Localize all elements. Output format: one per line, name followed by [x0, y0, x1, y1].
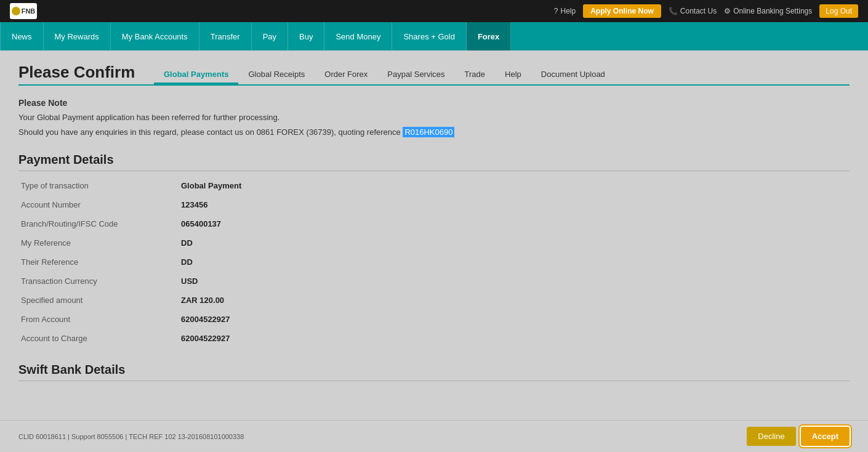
settings-link[interactable]: ⚙ Online Banking Settings — [724, 7, 812, 15]
main-nav: News My Rewards My Bank Accounts Transfe… — [0, 22, 868, 50]
nav-shares-gold[interactable]: Shares + Gold — [392, 22, 466, 50]
nav-send-money[interactable]: Send Money — [324, 22, 392, 50]
accept-button[interactable]: Accept — [801, 427, 850, 443]
page-title: Please Confirm — [18, 63, 154, 84]
value-type-of-transaction: Global Payment — [179, 176, 850, 195]
logo-circle — [12, 7, 20, 15]
nav-my-bank-accounts[interactable]: My Bank Accounts — [111, 22, 199, 50]
clid-info: CLID 60018611 | Support 8055506 | TECH R… — [18, 433, 244, 440]
label-from-account: From Account — [18, 310, 179, 329]
table-row: Transaction Currency USD — [18, 272, 850, 291]
value-branch-routing: 065400137 — [179, 214, 850, 233]
subnav-paypal-services[interactable]: Paypal Services — [377, 66, 454, 84]
value-from-account: 62004522927 — [179, 310, 850, 329]
label-my-reference: My Reference — [18, 233, 179, 252]
bottom-bar: CLID 60018611 | Support 8055506 | TECH R… — [0, 420, 868, 443]
contact-link[interactable]: 📞 Contact Us — [669, 7, 717, 15]
logo-text: FNB — [22, 7, 36, 15]
content-wrapper: Please Confirm Global Payments Global Re… — [0, 50, 868, 443]
question-icon: ? — [554, 7, 558, 15]
logo-area: FNB — [10, 3, 37, 19]
nav-pay[interactable]: Pay — [252, 22, 288, 50]
value-transaction-currency: USD — [179, 272, 850, 291]
logout-button[interactable]: Log Out — [819, 4, 858, 18]
gear-icon: ⚙ — [724, 7, 731, 15]
please-note-line2-prefix: Should you have any enquiries in this re… — [18, 127, 401, 137]
nav-my-rewards[interactable]: My Rewards — [44, 22, 111, 50]
please-note-line1: Your Global Payment application has been… — [18, 111, 850, 124]
table-row: My Reference DD — [18, 233, 850, 252]
sub-nav: Global Payments Global Receipts Order Fo… — [154, 66, 850, 84]
value-account-to-charge: 62004522927 — [179, 329, 850, 348]
bottom-bar-buttons: Decline Accept — [747, 427, 850, 443]
please-note-title: Please Note — [18, 98, 850, 108]
subnav-global-receipts[interactable]: Global Receipts — [238, 66, 315, 84]
value-my-reference: DD — [179, 233, 850, 252]
help-link[interactable]: ? Help — [554, 7, 576, 15]
nav-forex[interactable]: Forex — [467, 22, 511, 50]
subnav-help[interactable]: Help — [495, 66, 531, 84]
table-row: From Account 62004522927 — [18, 310, 850, 329]
payment-details-title: Payment Details — [18, 153, 850, 171]
label-transaction-currency: Transaction Currency — [18, 272, 179, 291]
subnav-trade[interactable]: Trade — [455, 66, 495, 84]
phone-icon: 📞 — [669, 7, 678, 15]
please-note-section: Please Note Your Global Payment applicat… — [18, 98, 850, 138]
subnav-order-forex[interactable]: Order Forex — [315, 66, 377, 84]
table-row: Account to Charge 62004522927 — [18, 329, 850, 348]
value-account-number: 123456 — [179, 195, 850, 214]
label-specified-amount: Specified amount — [18, 291, 179, 310]
please-note-line2: Should you have any enquiries in this re… — [18, 126, 850, 139]
label-branch-routing: Branch/Routing/IFSC Code — [18, 214, 179, 233]
label-account-number: Account Number — [18, 195, 179, 214]
label-their-reference: Their Reference — [18, 252, 179, 272]
nav-news[interactable]: News — [0, 22, 44, 50]
payment-details-table: Type of transaction Global Payment Accou… — [18, 176, 850, 348]
subnav-global-payments[interactable]: Global Payments — [154, 66, 238, 84]
table-row: Account Number 123456 — [18, 195, 850, 214]
swift-bank-title: Swift Bank Details — [18, 363, 850, 381]
table-row: Type of transaction Global Payment — [18, 176, 850, 195]
page-header: Please Confirm Global Payments Global Re… — [18, 63, 850, 86]
nav-transfer[interactable]: Transfer — [199, 22, 252, 50]
table-row: Specified amount ZAR 120.00 — [18, 291, 850, 310]
decline-button[interactable]: Decline — [747, 427, 795, 443]
nav-buy[interactable]: Buy — [288, 22, 324, 50]
top-bar: FNB ? Help Apply Online Now 📞 Contact Us… — [0, 0, 868, 22]
label-type-of-transaction: Type of transaction — [18, 176, 179, 195]
table-row: Branch/Routing/IFSC Code 065400137 — [18, 214, 850, 233]
subnav-document-upload[interactable]: Document Upload — [531, 66, 615, 84]
swift-bank-section: Swift Bank Details — [18, 363, 850, 381]
table-row: Their Reference DD — [18, 252, 850, 272]
value-specified-amount: ZAR 120.00 — [179, 291, 850, 310]
label-account-to-charge: Account to Charge — [18, 329, 179, 348]
apply-online-button[interactable]: Apply Online Now — [583, 4, 661, 18]
top-bar-right: ? Help Apply Online Now 📞 Contact Us ⚙ O… — [554, 4, 858, 18]
reference-number: R016HK0690 — [403, 127, 454, 137]
fnb-logo: FNB — [10, 3, 37, 19]
value-their-reference: DD — [179, 252, 850, 272]
